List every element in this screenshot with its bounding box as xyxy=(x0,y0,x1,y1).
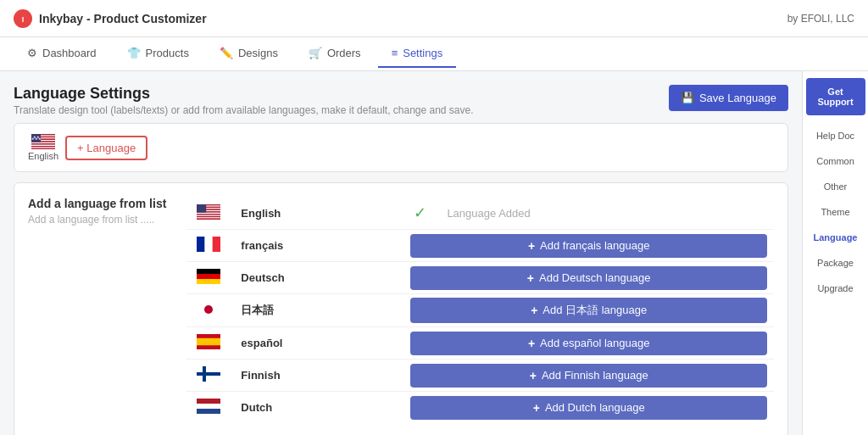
add-lang-label-deutsch: Add Deutsch language xyxy=(539,271,651,284)
svg-rect-30 xyxy=(197,217,220,218)
table-row: 日本語 + Add 日本語 language xyxy=(186,294,774,327)
lang-name-finnish: Finnish xyxy=(231,360,403,392)
tab-designs[interactable]: ✏️ Designs xyxy=(206,40,292,68)
svg-rect-11 xyxy=(31,143,55,144)
sidebar-upgrade-button[interactable]: Upgrade xyxy=(806,276,865,300)
flag-cell-espanol xyxy=(186,327,231,360)
lang-name-espanol: español xyxy=(231,327,403,360)
add-lang-btn-japanese[interactable]: + Add 日本語 language xyxy=(410,298,767,323)
add-lang-btn-dutch[interactable]: + Add Dutch language xyxy=(410,396,767,420)
english-tab-label: English xyxy=(28,151,58,161)
sidebar-language-button[interactable]: Language xyxy=(806,226,865,249)
language-table: English ✓ Language Added français + Add … xyxy=(186,197,774,423)
svg-rect-26 xyxy=(197,212,220,213)
page-title-area: Language Settings Translate design tool … xyxy=(14,85,474,116)
sidebar-common-button[interactable]: Common xyxy=(806,149,865,173)
lang-name-japanese: 日本語 xyxy=(231,294,403,327)
svg-rect-49 xyxy=(197,404,220,409)
table-row: Deutsch + Add Deutsch language xyxy=(186,262,774,294)
dashboard-icon: ⚙ xyxy=(27,47,37,59)
app-wrapper: I Inkybay - Product Customizer by EFOLI,… xyxy=(0,0,868,435)
svg-rect-38 xyxy=(197,279,220,284)
orders-icon: 🛒 xyxy=(309,47,322,59)
tab-orders[interactable]: 🛒 Orders xyxy=(295,40,375,68)
flag-cell-english xyxy=(186,197,231,230)
page-subtitle: Translate design tool (labels/texts) or … xyxy=(14,104,474,116)
add-lang-action-cell-francais[interactable]: + Add français language xyxy=(403,230,774,262)
add-lang-label-dutch: Add Dutch language xyxy=(545,401,645,414)
page-header: Language Settings Translate design tool … xyxy=(14,85,788,116)
lang-list-info: Add a language from list Add a language … xyxy=(28,197,166,423)
lang-list-title: Add a language from list xyxy=(28,197,166,210)
lang-name-francais: français xyxy=(231,230,403,262)
table-row: français + Add français language xyxy=(186,230,774,262)
language-tab-area: ★★★ ★★ English + Language xyxy=(14,123,788,172)
sidebar-package-button[interactable]: Package xyxy=(806,251,865,275)
add-lang-action-cell-japanese[interactable]: + Add 日本語 language xyxy=(403,294,774,327)
sidebar-get-support-button[interactable]: GetSupport xyxy=(806,78,865,115)
settings-icon: ≡ xyxy=(392,47,398,59)
lang-name-deutsch: Deutsch xyxy=(231,262,403,294)
svg-rect-27 xyxy=(197,214,220,215)
svg-rect-37 xyxy=(197,274,220,279)
svg-rect-12 xyxy=(31,145,55,146)
lang-name-dutch: Dutch xyxy=(231,392,403,424)
svg-rect-14 xyxy=(31,147,55,148)
brand-area: I Inkybay - Product Customizer xyxy=(14,9,207,28)
add-lang-action-cell-finnish[interactable]: + Add Finnish language xyxy=(403,360,774,392)
add-language-button[interactable]: + Language xyxy=(65,136,147,160)
svg-rect-46 xyxy=(197,372,220,376)
add-lang-action-cell-dutch[interactable]: + Add Dutch language xyxy=(403,392,774,424)
svg-rect-50 xyxy=(197,409,220,414)
svg-text:I: I xyxy=(22,15,25,24)
add-lang-action-cell-deutsch[interactable]: + Add Deutsch language xyxy=(403,262,774,294)
brand-name: Inkybay - Product Customizer xyxy=(39,12,207,25)
svg-rect-29 xyxy=(197,215,220,216)
svg-rect-43 xyxy=(197,334,220,338)
add-lang-label-francais: Add français language xyxy=(540,239,649,252)
tab-settings[interactable]: ≡ Settings xyxy=(378,40,457,68)
tab-dashboard[interactable]: ⚙ Dashboard xyxy=(14,40,110,68)
content-area: Language Settings Translate design tool … xyxy=(0,71,802,435)
svg-rect-48 xyxy=(197,399,220,404)
sidebar-theme-button[interactable]: Theme xyxy=(806,200,865,224)
us-flag-icon: ★★★ ★★ xyxy=(31,134,55,149)
save-language-button-top[interactable]: 💾 Save Language xyxy=(669,85,788,111)
svg-rect-28 xyxy=(197,215,220,215)
plus-icon-espanol: + xyxy=(528,337,535,350)
svg-text:★★: ★★ xyxy=(33,135,40,139)
table-row: Finnish + Add Finnish language xyxy=(186,360,774,392)
add-lang-btn-finnish[interactable]: + Add Finnish language xyxy=(410,364,767,388)
flag-cell-finnish xyxy=(186,360,231,392)
add-lang-btn-espanol[interactable]: + Add español language xyxy=(410,332,767,355)
lang-name-english: English xyxy=(231,197,403,230)
nav-tabs: ⚙ Dashboard 👕 Products ✏️ Designs 🛒 Orde… xyxy=(0,37,868,71)
sidebar-help-doc-button[interactable]: Help Doc xyxy=(806,124,865,148)
table-row: español + Add español language xyxy=(186,327,774,360)
add-lang-action-cell-espanol[interactable]: + Add español language xyxy=(403,327,774,360)
lang-table-container: English ✓ Language Added français + Add … xyxy=(186,197,774,423)
check-icon-english: ✓ xyxy=(403,197,437,230)
brand-logo: I xyxy=(14,9,32,28)
flag-cell-deutsch xyxy=(186,262,231,294)
svg-point-40 xyxy=(204,305,213,314)
svg-rect-42 xyxy=(197,338,220,346)
main-layout: Language Settings Translate design tool … xyxy=(0,71,868,435)
plus-icon-finnish: + xyxy=(530,369,537,382)
right-sidebar: GetSupport Help Doc Common Other Theme L… xyxy=(802,71,868,435)
plus-icon-francais: + xyxy=(528,239,535,253)
lang-added-label-english: Language Added xyxy=(437,197,774,230)
add-lang-btn-deutsch[interactable]: + Add Deutsch language xyxy=(410,266,767,290)
add-lang-btn-francais[interactable]: + Add français language xyxy=(410,234,767,258)
svg-rect-15 xyxy=(31,148,55,149)
svg-rect-47 xyxy=(203,366,206,382)
add-lang-label-japanese: Add 日本語 language xyxy=(542,303,647,318)
add-lang-label-espanol: Add español language xyxy=(540,337,649,349)
add-lang-label-finnish: Add Finnish language xyxy=(542,369,648,382)
sidebar-other-button[interactable]: Other xyxy=(806,175,865,198)
flag-cell-japanese xyxy=(186,294,231,327)
language-list-section: Add a language from list Add a language … xyxy=(14,182,788,435)
products-icon: 👕 xyxy=(127,47,141,59)
tab-products[interactable]: 👕 Products xyxy=(114,40,203,68)
english-tab[interactable]: ★★★ ★★ English xyxy=(28,134,58,161)
